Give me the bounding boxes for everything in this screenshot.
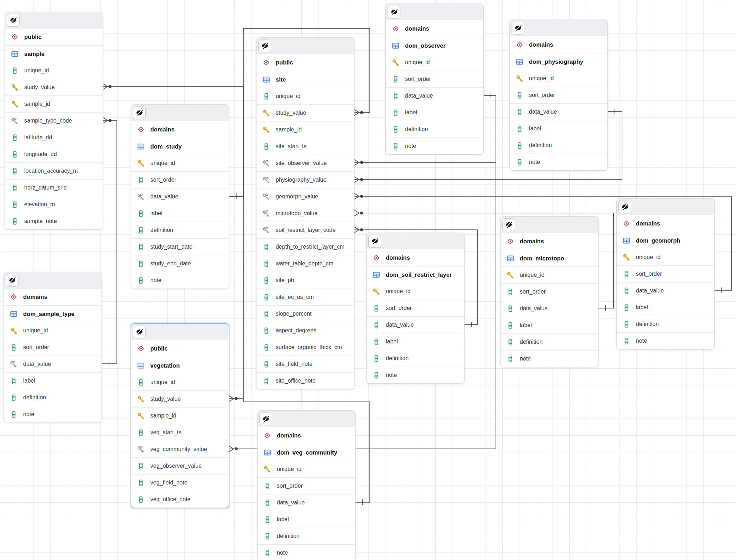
field-row[interactable]: definition bbox=[617, 316, 714, 332]
table-card-dom_geomorph[interactable]: domains dom_geomorph unique_id sort_orde… bbox=[616, 198, 715, 349]
table-card-vegetation[interactable]: public vegetation unique_id study_value … bbox=[131, 323, 229, 508]
schema-row[interactable]: domains bbox=[4, 289, 102, 305]
field-row[interactable]: label bbox=[510, 120, 607, 137]
field-row[interactable]: label bbox=[4, 372, 102, 389]
table-card-sample[interactable]: public sample unique_id study_value samp… bbox=[5, 12, 103, 230]
field-row[interactable]: data_value bbox=[386, 87, 483, 104]
table-card-header[interactable] bbox=[617, 199, 714, 215]
field-row[interactable]: longitude_dd bbox=[5, 146, 103, 162]
toggle-visibility-button[interactable] bbox=[388, 6, 400, 19]
field-row[interactable]: site_field_note bbox=[256, 356, 354, 372]
field-row[interactable]: data_value bbox=[617, 282, 714, 299]
field-row[interactable]: study_start_date bbox=[131, 238, 229, 255]
field-row[interactable]: note bbox=[258, 544, 355, 560]
field-row[interactable]: physiography_value bbox=[256, 171, 354, 188]
table-name-row[interactable]: dom_sample_type bbox=[4, 305, 102, 322]
schema-row[interactable]: public bbox=[5, 28, 103, 45]
field-row[interactable]: note bbox=[367, 367, 464, 383]
toggle-visibility-button[interactable] bbox=[368, 235, 381, 248]
field-row[interactable]: elevation_m bbox=[5, 196, 103, 213]
field-row[interactable]: label bbox=[501, 317, 598, 333]
table-name-row[interactable]: dom_veg_community bbox=[258, 444, 355, 461]
table-card-header[interactable] bbox=[367, 233, 464, 249]
toggle-visibility-button[interactable] bbox=[7, 14, 20, 27]
field-row[interactable]: water_table_depth_cm bbox=[256, 255, 354, 272]
field-row[interactable]: definition bbox=[386, 121, 483, 138]
field-row[interactable]: unique_id bbox=[367, 283, 464, 300]
field-row[interactable]: soil_restrict_layer_code bbox=[256, 222, 354, 238]
schema-row[interactable]: domains bbox=[510, 36, 607, 53]
table-card-header[interactable] bbox=[501, 217, 598, 233]
table-card-header[interactable] bbox=[258, 411, 355, 427]
field-row[interactable]: definition bbox=[4, 389, 102, 406]
table-name-row[interactable]: dom_study bbox=[131, 138, 229, 155]
schema-row[interactable]: public bbox=[256, 54, 354, 71]
table-card-dom_microtopo[interactable]: domains dom_microtopo unique_id sort_ord… bbox=[500, 216, 598, 367]
field-row[interactable]: veg_start_ts bbox=[131, 424, 229, 441]
field-row[interactable]: sort_order bbox=[386, 71, 483, 87]
table-card-header[interactable] bbox=[510, 20, 607, 36]
toggle-visibility-button[interactable] bbox=[258, 40, 271, 52]
field-row[interactable]: site_office_note bbox=[256, 372, 354, 389]
field-row[interactable]: note bbox=[501, 350, 598, 367]
field-row[interactable]: data_value bbox=[258, 494, 355, 511]
field-row[interactable]: latitude_dd bbox=[5, 129, 103, 146]
field-row[interactable]: unique_id bbox=[258, 461, 355, 477]
schema-row[interactable]: domains bbox=[258, 427, 355, 444]
field-row[interactable]: label bbox=[617, 299, 714, 316]
schema-row[interactable]: domains bbox=[501, 233, 598, 250]
relationship-line[interactable] bbox=[229, 196, 243, 401]
field-row[interactable]: label bbox=[386, 104, 483, 121]
field-row[interactable]: data_value bbox=[131, 188, 229, 205]
field-row[interactable]: unique_id bbox=[510, 70, 607, 87]
field-row[interactable]: slope_percent bbox=[256, 305, 354, 322]
field-row[interactable]: sort_order bbox=[4, 339, 102, 356]
field-row[interactable]: unique_id bbox=[4, 322, 102, 339]
field-row[interactable]: data_value bbox=[4, 356, 102, 372]
table-card-dom_veg_community[interactable]: domains dom_veg_community unique_id sort… bbox=[257, 410, 356, 560]
field-row[interactable]: veg_office_note bbox=[131, 491, 229, 508]
field-row[interactable]: sort_order bbox=[510, 87, 607, 103]
field-row[interactable]: depth_to_restrict_layer_cm bbox=[256, 238, 354, 255]
field-row[interactable]: surface_organic_thick_cm bbox=[256, 339, 354, 356]
table-card-dom_sample_type[interactable]: domains dom_sample_type unique_id sort_o… bbox=[4, 272, 102, 423]
toggle-visibility-button[interactable] bbox=[133, 326, 146, 338]
table-name-row[interactable]: vegetation bbox=[131, 357, 229, 374]
field-row[interactable]: microtopo_value bbox=[256, 205, 354, 222]
field-row[interactable]: data_value bbox=[501, 300, 598, 317]
table-card-dom_study[interactable]: domains dom_study unique_id sort_order d… bbox=[131, 104, 229, 289]
field-row[interactable]: unique_id bbox=[131, 374, 229, 390]
toggle-visibility-button[interactable] bbox=[133, 107, 146, 119]
field-row[interactable]: study_value bbox=[131, 390, 229, 407]
field-row[interactable]: sort_order bbox=[501, 283, 598, 300]
field-row[interactable]: definition bbox=[367, 350, 464, 367]
field-row[interactable]: horz_datum_srid bbox=[5, 179, 103, 196]
field-row[interactable]: study_value bbox=[256, 104, 354, 121]
field-row[interactable]: unique_id bbox=[131, 155, 229, 171]
table-name-row[interactable]: dom_physiography bbox=[510, 53, 607, 70]
table-card-header[interactable] bbox=[5, 12, 103, 28]
field-row[interactable]: location_accuracy_m bbox=[5, 162, 103, 179]
field-row[interactable]: note bbox=[131, 272, 229, 289]
field-row[interactable]: sample_id bbox=[5, 95, 103, 112]
toggle-visibility-button[interactable] bbox=[512, 22, 524, 35]
table-card-header[interactable] bbox=[131, 105, 229, 121]
field-row[interactable]: definition bbox=[258, 528, 355, 544]
table-card-header[interactable] bbox=[386, 4, 483, 20]
field-row[interactable]: label bbox=[131, 205, 229, 222]
field-row[interactable]: data_value bbox=[367, 316, 464, 333]
field-row[interactable]: note bbox=[386, 138, 483, 154]
table-card-header[interactable] bbox=[4, 272, 102, 289]
toggle-visibility-button[interactable] bbox=[502, 218, 515, 231]
field-row[interactable]: note bbox=[510, 154, 607, 170]
field-row[interactable]: unique_id bbox=[386, 54, 483, 71]
table-card-dom_physiography[interactable]: domains dom_physiography unique_id sort_… bbox=[509, 20, 608, 171]
table-name-row[interactable]: sample bbox=[5, 45, 103, 62]
schema-row[interactable]: public bbox=[131, 340, 229, 357]
field-row[interactable]: veg_community_value bbox=[131, 441, 229, 457]
field-row[interactable]: site_ec_us_cm bbox=[256, 289, 354, 305]
table-name-row[interactable]: dom_geomorph bbox=[617, 232, 714, 249]
field-row[interactable]: sample_type_code bbox=[5, 112, 103, 129]
field-row[interactable]: unique_id bbox=[256, 88, 354, 104]
field-row[interactable]: veg_observer_value bbox=[131, 457, 229, 474]
